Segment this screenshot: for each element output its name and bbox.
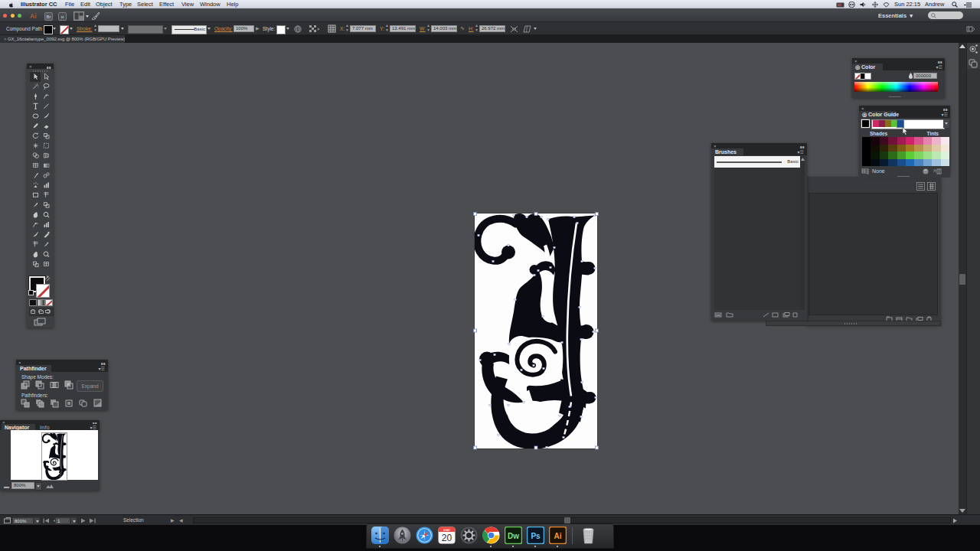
svg-text:Ps: Ps: [531, 532, 541, 540]
svg-text:MAR: MAR: [443, 528, 450, 532]
svg-text:st: st: [61, 14, 65, 18]
svg-text:Br: Br: [47, 15, 51, 19]
svg-text:Dw: Dw: [508, 532, 519, 540]
svg-text:20: 20: [442, 533, 452, 543]
svg-text:Ai: Ai: [554, 532, 562, 540]
